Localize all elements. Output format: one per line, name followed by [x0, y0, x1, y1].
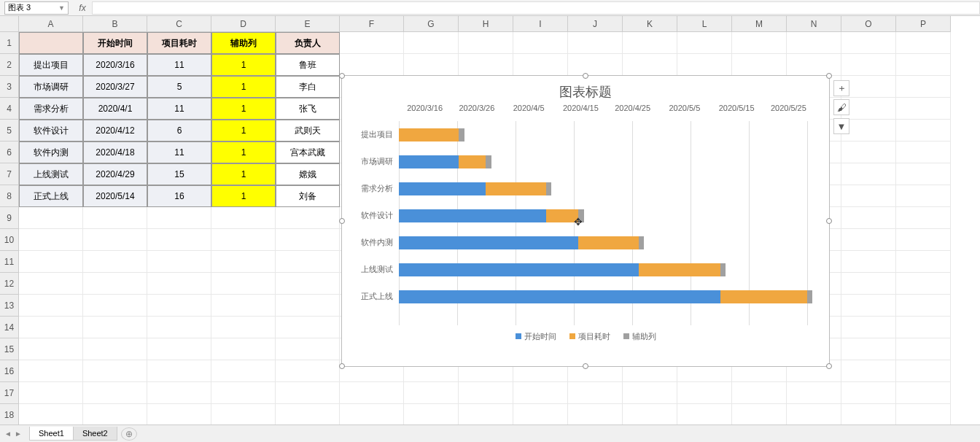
- chart-bar[interactable]: [399, 182, 551, 195]
- row-header[interactable]: 9: [0, 207, 19, 229]
- cell[interactable]: [623, 404, 677, 424]
- cell[interactable]: [147, 251, 211, 273]
- column-header[interactable]: N: [787, 16, 841, 32]
- cell[interactable]: [896, 251, 951, 273]
- column-header[interactable]: H: [459, 16, 513, 32]
- cell[interactable]: 嫦娥: [276, 163, 340, 185]
- legend-item[interactable]: 项目耗时: [569, 331, 610, 342]
- cell[interactable]: [19, 32, 83, 54]
- tab-nav-prev[interactable]: ◄: [4, 430, 12, 438]
- tab-nav-next[interactable]: ►: [15, 430, 22, 438]
- column-header[interactable]: E: [276, 16, 340, 32]
- column-header[interactable]: O: [841, 16, 896, 32]
- cell[interactable]: 项目耗时: [147, 32, 211, 54]
- cell[interactable]: [896, 98, 951, 120]
- chart-elements-button[interactable]: ＋: [833, 80, 849, 96]
- cell[interactable]: 辅助列: [211, 32, 276, 54]
- cell[interactable]: [19, 382, 83, 404]
- cell[interactable]: [787, 382, 841, 404]
- cell[interactable]: [459, 54, 513, 76]
- chart-bars[interactable]: 提出项目市场调研需求分析软件设计软件内测上线测试正式上线: [342, 121, 816, 325]
- cell[interactable]: [513, 32, 568, 54]
- cell[interactable]: 2020/4/18: [83, 141, 147, 163]
- cell[interactable]: [276, 404, 340, 424]
- legend-item[interactable]: 开始时间: [516, 331, 556, 342]
- chart-bar[interactable]: [399, 155, 491, 168]
- cell[interactable]: [841, 32, 896, 54]
- cell[interactable]: [211, 229, 276, 251]
- cell[interactable]: [513, 404, 568, 424]
- cell[interactable]: [841, 98, 896, 120]
- row-header[interactable]: 15: [0, 338, 19, 360]
- cell[interactable]: [211, 273, 276, 295]
- column-header[interactable]: G: [404, 16, 459, 32]
- row-header[interactable]: 12: [0, 273, 19, 295]
- cell[interactable]: [147, 382, 211, 404]
- cell[interactable]: 1: [211, 185, 276, 207]
- cell[interactable]: [211, 207, 276, 229]
- cell[interactable]: 武则天: [276, 120, 340, 141]
- cell[interactable]: 11: [147, 98, 211, 120]
- cell[interactable]: [841, 273, 896, 295]
- cell[interactable]: [340, 382, 404, 404]
- cell[interactable]: [896, 273, 951, 295]
- cell[interactable]: [841, 251, 896, 273]
- cell[interactable]: [787, 32, 841, 54]
- column-headers[interactable]: ABCDEFGHIJKLMNOP: [19, 16, 951, 32]
- cell[interactable]: 16: [147, 185, 211, 207]
- cell[interactable]: [896, 141, 951, 163]
- row-header[interactable]: 16: [0, 360, 19, 382]
- resize-handle[interactable]: [339, 363, 345, 369]
- cell[interactable]: [841, 163, 896, 185]
- cell[interactable]: [841, 229, 896, 251]
- cell[interactable]: 开始时间: [83, 32, 147, 54]
- column-header[interactable]: F: [340, 16, 404, 32]
- resize-handle[interactable]: [339, 73, 345, 79]
- cell[interactable]: [404, 404, 459, 424]
- cell[interactable]: [147, 404, 211, 424]
- cell[interactable]: [276, 360, 340, 382]
- cell[interactable]: [19, 360, 83, 382]
- tab-sheet1[interactable]: Sheet1: [29, 427, 74, 441]
- cell[interactable]: [841, 76, 896, 98]
- cell[interactable]: 2020/3/27: [83, 76, 147, 98]
- cell[interactable]: [19, 251, 83, 273]
- cell[interactable]: 2020/4/1: [83, 98, 147, 120]
- legend-item[interactable]: 辅助列: [623, 331, 656, 342]
- cell[interactable]: [276, 317, 340, 338]
- cell[interactable]: [83, 360, 147, 382]
- add-sheet-button[interactable]: ⊕: [121, 427, 137, 441]
- cell[interactable]: [340, 54, 404, 76]
- cell[interactable]: [841, 317, 896, 338]
- cell[interactable]: 11: [147, 141, 211, 163]
- cell[interactable]: [83, 317, 147, 338]
- cell[interactable]: [19, 317, 83, 338]
- row-header[interactable]: 3: [0, 76, 19, 98]
- cell[interactable]: [568, 54, 623, 76]
- chart-title[interactable]: 图表标题: [342, 76, 829, 104]
- cell[interactable]: [896, 120, 951, 141]
- row-header[interactable]: 17: [0, 382, 19, 404]
- cell[interactable]: 正式上线: [19, 185, 83, 207]
- cell[interactable]: [896, 207, 951, 229]
- cell[interactable]: 需求分析: [19, 98, 83, 120]
- cell[interactable]: [841, 404, 896, 424]
- cell[interactable]: [147, 207, 211, 229]
- cell[interactable]: 1: [211, 163, 276, 185]
- chart-bar[interactable]: [399, 128, 464, 141]
- resize-handle[interactable]: [583, 363, 588, 369]
- embedded-chart[interactable]: 图表标题 2020/3/162020/3/262020/4/52020/4/15…: [341, 75, 830, 367]
- cell[interactable]: [147, 338, 211, 360]
- cell[interactable]: 软件内测: [19, 141, 83, 163]
- cell[interactable]: [147, 360, 211, 382]
- cell[interactable]: 提出项目: [19, 54, 83, 76]
- cell[interactable]: [623, 54, 677, 76]
- cell[interactable]: [732, 54, 787, 76]
- spreadsheet-grid[interactable]: ABCDEFGHIJKLMNOP 12345678910111213141516…: [0, 16, 980, 424]
- select-all-corner[interactable]: [0, 16, 19, 32]
- cell[interactable]: 负责人: [276, 32, 340, 54]
- cell[interactable]: 2020/4/29: [83, 163, 147, 185]
- cell[interactable]: [211, 338, 276, 360]
- cell[interactable]: [896, 229, 951, 251]
- cell[interactable]: [340, 32, 404, 54]
